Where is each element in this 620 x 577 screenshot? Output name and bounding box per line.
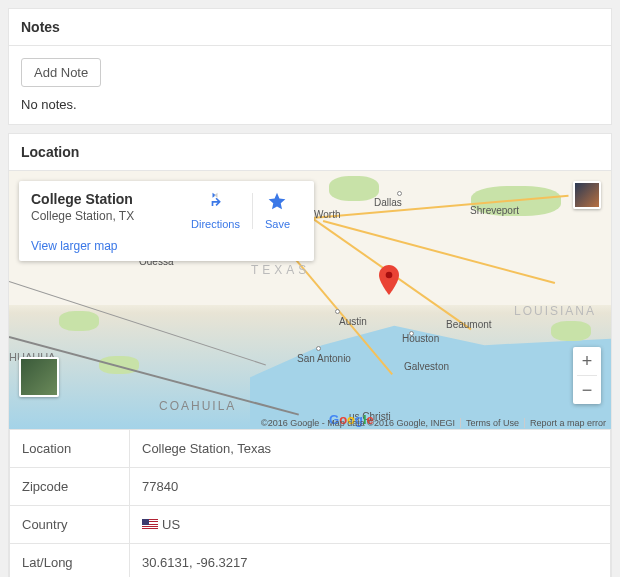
table-row: Lat/Long 30.6131, -96.3217 [10,544,611,578]
location-title: Location [21,144,599,160]
map-pin-icon[interactable] [379,265,399,295]
directions-icon [191,191,240,214]
region-coahuila: COAHUILA [159,399,236,413]
location-details-table: Location College Station, Texas Zipcode … [9,429,611,577]
notes-body: Add Note No notes. [9,46,611,124]
satellite-toggle-top[interactable] [573,181,601,209]
city-galveston: Galveston [404,361,449,372]
view-larger-map-link[interactable]: View larger map [31,239,117,253]
location-body: TEXAS LOUISIANA Dallas Worth Shreveport … [9,171,611,577]
city-fortworth: Worth [314,209,341,220]
location-panel: Location TEXAS LOUISIANA Dallas Worth Sh… [8,133,612,577]
zoom-in-button[interactable]: + [573,347,601,375]
map-green-patch [551,321,591,341]
location-label: Location [10,430,130,468]
terms-link[interactable]: Terms of Use [460,418,524,428]
zipcode-value: 77840 [130,468,611,506]
map-green-patch [329,176,379,201]
zoom-control: + − [573,347,601,404]
city-sanantonio: San Antonio [297,353,351,364]
city-dot [335,309,340,314]
us-flag-icon [142,519,158,530]
info-card-title: College Station [31,191,179,207]
notes-title: Notes [21,19,599,35]
city-beaumont: Beaumont [446,319,492,330]
star-icon [265,191,290,214]
city-dot [397,191,402,196]
country-label: Country [10,506,130,544]
country-value: US [130,506,611,544]
svg-point-0 [386,272,393,279]
table-row: Country US [10,506,611,544]
city-dallas: Dallas [374,197,402,208]
notes-panel: Notes Add Note No notes. [8,8,612,125]
location-value: College Station, Texas [130,430,611,468]
report-error-link[interactable]: Report a map error [524,418,611,428]
add-note-button[interactable]: Add Note [21,58,101,87]
notes-header: Notes [9,9,611,46]
map-copyright: ©2016 Google - Map data ©2016 Google, IN… [256,418,460,428]
city-dot [316,346,321,351]
region-texas: TEXAS [251,263,310,277]
location-header: Location [9,134,611,171]
latlong-value: 30.6131, -96.3217 [130,544,611,578]
map-green-patch [59,311,99,331]
region-louisiana: LOUISIANA [514,304,596,318]
zoom-out-button[interactable]: − [573,376,601,404]
city-austin: Austin [339,316,367,327]
satellite-toggle-bottom[interactable] [19,357,59,397]
map[interactable]: TEXAS LOUISIANA Dallas Worth Shreveport … [9,171,611,429]
directions-label: Directions [191,218,240,230]
table-row: Zipcode 77840 [10,468,611,506]
zipcode-label: Zipcode [10,468,130,506]
country-code: US [162,517,180,532]
save-label: Save [265,218,290,230]
save-button[interactable]: Save [253,191,302,231]
city-houston: Houston [402,333,439,344]
directions-button[interactable]: Directions [179,191,252,231]
info-card-subtitle: College Station, TX [31,209,179,223]
map-info-card: College Station College Station, TX Dire… [19,181,314,261]
table-row: Location College Station, Texas [10,430,611,468]
city-shreveport: Shreveport [470,205,519,216]
map-attribution: ©2016 Google - Map data ©2016 Google, IN… [256,418,611,428]
no-notes-text: No notes. [21,97,599,112]
latlong-label: Lat/Long [10,544,130,578]
